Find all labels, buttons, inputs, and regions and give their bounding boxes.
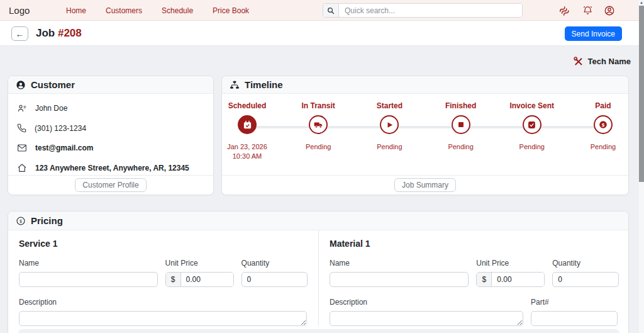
customer-details: John Doe (301) 123-1234 test@gmail.co: [8, 94, 213, 173]
nav-item-home[interactable]: Home: [66, 6, 86, 15]
material-quantity-label: Quantity: [552, 259, 619, 268]
service-column: Service 1 Name Unit Price $ Quan: [8, 230, 319, 326]
job-header-row: ← Job #208 Send Invoice: [0, 21, 639, 46]
material-part-input[interactable]: [531, 311, 618, 326]
service-heading: Service 1: [19, 239, 308, 249]
app-window: Logo Home Customers Schedule Price Book: [0, 0, 644, 333]
service-name-input[interactable]: [19, 272, 158, 287]
job-title-prefix: Job: [36, 27, 58, 39]
material-unit-price-label: Unit Price: [476, 259, 545, 268]
customer-name-row: John Doe: [17, 103, 204, 113]
tech-row: Tech Name: [573, 56, 631, 67]
customer-card-footer: Customer Profile: [8, 175, 213, 195]
currency-prefix: $: [477, 273, 492, 286]
customer-address-row: 123 Anywhere Street, Anywhere, AR, 12345: [17, 163, 204, 173]
service-quantity-input[interactable]: [242, 272, 308, 287]
customer-icon: [16, 80, 26, 90]
job-summary-button[interactable]: Job Summary: [394, 178, 456, 192]
material-description-label: Description: [330, 298, 523, 307]
step-label: Started: [377, 101, 402, 110]
nav-item-customers[interactable]: Customers: [106, 6, 142, 15]
customer-email-row: test@gmail.com: [17, 143, 204, 153]
timeline-step-invoice-sent: Invoice Sent Pending: [507, 94, 557, 161]
material-heading: Material 1: [330, 239, 619, 249]
phone-icon: [17, 123, 26, 133]
pricing-card-header: $ Pricing: [8, 212, 628, 230]
scroll-up-arrow[interactable]: ▲: [639, 0, 644, 6]
material-description-textarea[interactable]: [330, 311, 523, 326]
timeline-step-in-transit: In Transit Pending: [293, 94, 343, 161]
back-button[interactable]: ←: [11, 26, 28, 41]
timeline-step-scheduled: Scheduled Jan 23, 202610:30 AM: [222, 94, 272, 161]
step-status: Pending: [591, 142, 616, 152]
bell-icon[interactable]: [582, 5, 593, 16]
customer-card-header: Customer: [8, 76, 213, 94]
step-status: Pending: [377, 142, 402, 152]
tech-name: Tech Name: [588, 57, 631, 66]
scrollbar-thumb[interactable]: [639, 6, 644, 182]
pricing-card: $ Pricing Service 1 Name Unit Price $: [8, 211, 629, 333]
currency-prefix: $: [166, 273, 181, 286]
material-quantity-input[interactable]: [552, 272, 619, 287]
customer-phone: (301) 123-1234: [35, 124, 86, 133]
dollar-coin-icon[interactable]: $: [594, 115, 613, 134]
send-invoice-button[interactable]: Send Invoice: [565, 26, 622, 41]
timeline-card-header: Timeline: [222, 76, 628, 94]
step-label: Paid: [595, 101, 611, 110]
service-description-textarea[interactable]: [19, 311, 307, 326]
material-name-label: Name: [330, 259, 469, 268]
timeline-card-footer: Job Summary: [222, 175, 628, 195]
envelope-icon: [17, 143, 27, 153]
calendar-check-icon[interactable]: [238, 115, 257, 134]
service-unit-price-label: Unit Price: [165, 259, 234, 268]
nav-links: Home Customers Schedule Price Book: [66, 0, 249, 21]
dollar-circle-icon: $: [16, 216, 26, 226]
timeline-card-title: Timeline: [245, 79, 283, 90]
material-unit-price-input[interactable]: [492, 273, 544, 286]
step-status: Pending: [306, 142, 331, 152]
timeline-step-finished: Finished Pending: [436, 94, 486, 161]
material-part-label: Part#: [531, 298, 618, 307]
customer-card-title: Customer: [31, 79, 75, 90]
job-number: #208: [58, 27, 82, 39]
account-icon[interactable]: [604, 5, 615, 16]
step-label: In Transit: [302, 101, 335, 110]
page-title: Job #208: [36, 27, 82, 40]
vertical-scrollbar[interactable]: ▲: [639, 0, 644, 333]
step-label: Finished: [445, 101, 476, 110]
stop-icon[interactable]: [452, 115, 470, 134]
search-icon: [323, 4, 339, 17]
customer-phone-row: (301) 123-1234: [17, 123, 204, 133]
customer-name: John Doe: [35, 104, 67, 113]
timeline-step-paid: Paid $ Pending: [578, 94, 628, 161]
service-quantity-label: Quantity: [242, 259, 308, 268]
material-column: Material 1 Name Unit Price $ Qua: [319, 230, 629, 326]
customer-address: 123 Anywhere Street, Anywhere, AR, 12345: [35, 164, 189, 172]
step-status: Pending: [448, 142, 473, 152]
truck-icon[interactable]: [309, 115, 328, 134]
nav-actions: [559, 0, 615, 21]
svg-text:$: $: [601, 122, 604, 128]
service-unit-price-input[interactable]: [181, 273, 233, 286]
search-input[interactable]: [339, 4, 522, 17]
house-icon: [17, 163, 27, 173]
check-square-icon[interactable]: [523, 115, 541, 134]
sitemap-icon: [230, 80, 240, 90]
nav-item-price-book[interactable]: Price Book: [213, 6, 249, 15]
customer-card: Customer John Doe (30: [8, 76, 214, 195]
logo[interactable]: Logo: [9, 5, 30, 16]
quick-search: [323, 3, 523, 18]
play-icon[interactable]: [380, 115, 399, 134]
material-name-input[interactable]: [330, 272, 469, 287]
timeline-card: Timeline Scheduled Jan 23, 202610:30 A: [221, 76, 629, 195]
nav-item-schedule[interactable]: Schedule: [162, 6, 193, 15]
timeline-steps: Scheduled Jan 23, 202610:30 AM In Transi…: [222, 94, 628, 176]
waves-icon[interactable]: [559, 4, 572, 17]
step-status: Jan 23, 202610:30 AM: [227, 142, 267, 161]
tools-icon: [573, 56, 584, 67]
svg-text:$: $: [19, 218, 23, 223]
service-description-label: Description: [19, 298, 307, 307]
timeline-step-started: Started Pending: [364, 94, 414, 161]
step-label: Invoice Sent: [509, 101, 554, 110]
customer-profile-button[interactable]: Customer Profile: [75, 178, 146, 192]
